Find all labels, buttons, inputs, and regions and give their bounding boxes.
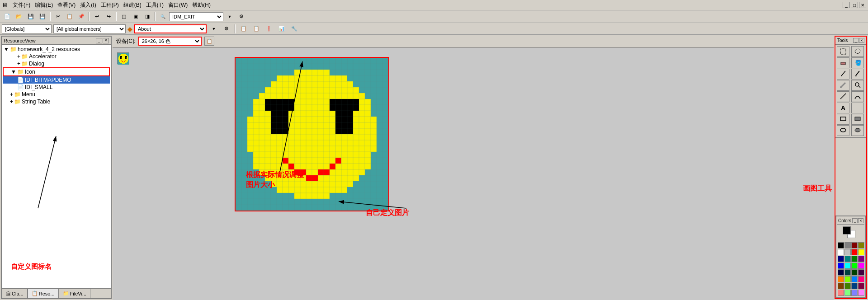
color-min[interactable]: _ [852, 218, 858, 223]
tb2-btn5[interactable]: 🔧 [289, 24, 300, 34]
globals-combo[interactable]: [Globals] [2, 24, 52, 33]
tb2-btn3[interactable]: ❗ [264, 24, 274, 34]
members-combo[interactable]: [All global members] [53, 24, 126, 33]
color-cell[interactable] [844, 242, 851, 248]
tree-menu[interactable]: + 📁 Menu [3, 91, 110, 98]
tool-placeholder[interactable] [851, 103, 864, 113]
tool-ellipse-fill[interactable] [851, 125, 864, 136]
menu-tools[interactable]: 工具(T) [144, 0, 165, 10]
menu-file[interactable]: 文件(F) [11, 0, 32, 10]
color-cell[interactable] [851, 256, 858, 262]
icon-canvas[interactable] [236, 58, 388, 211]
color-cell[interactable] [851, 269, 858, 276]
menu-project[interactable]: 工程(P) [99, 0, 121, 10]
copy-btn[interactable]: 📋 [64, 12, 75, 22]
color-cell[interactable] [858, 276, 864, 282]
function-combo[interactable]: IDM_EXIT [169, 12, 223, 21]
tool-eyedropper[interactable] [837, 80, 849, 91]
tab-class[interactable]: 🏛 Cla... [2, 289, 28, 298]
tools-close[interactable]: ✕ [859, 38, 864, 43]
tb2-btn1[interactable]: 📋 [238, 24, 249, 34]
color-cell[interactable] [851, 249, 858, 255]
save2-btn[interactable]: 💾 [37, 12, 48, 22]
tb-btn1[interactable]: ◫ [118, 12, 129, 22]
color-cell[interactable] [858, 242, 864, 248]
tool-curve[interactable] [851, 91, 864, 102]
tb2-btn4[interactable]: 📊 [276, 24, 287, 34]
color-cell[interactable] [844, 249, 851, 255]
color-cell[interactable] [844, 276, 851, 282]
panel-minimize[interactable]: _ [96, 38, 102, 43]
tb2-btn2[interactable]: 📋 [251, 24, 262, 34]
tool-eraser[interactable] [837, 57, 849, 68]
color-cell[interactable] [838, 256, 844, 262]
undo-btn[interactable]: ↩ [91, 12, 102, 22]
menu-insert[interactable]: 插入(I) [78, 0, 98, 10]
tb-btn2[interactable]: ▣ [130, 12, 141, 22]
tool-rect-fill[interactable] [851, 114, 864, 125]
color-cell[interactable] [851, 283, 858, 289]
color-cell[interactable] [838, 269, 844, 276]
tool-select-rect[interactable] [837, 46, 849, 57]
paste-btn[interactable]: 📌 [76, 12, 87, 22]
color-cell[interactable] [858, 262, 864, 269]
color-close[interactable]: ✕ [858, 218, 863, 223]
panel-close[interactable]: ✕ [103, 38, 109, 43]
menu-window[interactable]: 窗口(W) [166, 0, 189, 10]
color-cell[interactable] [851, 262, 858, 269]
about-combo[interactable]: About [134, 24, 207, 33]
color-cell[interactable] [844, 290, 851, 296]
new-btn[interactable]: 📄 [2, 12, 13, 22]
menu-edit[interactable]: 编辑(E) [33, 0, 55, 10]
color-cell[interactable] [838, 249, 844, 255]
device-btn[interactable]: 📋 [204, 37, 214, 46]
menu-view[interactable]: 查看(V) [56, 0, 77, 10]
menu-build[interactable]: 组建(B) [122, 0, 143, 10]
color-cell[interactable] [858, 290, 864, 296]
tree-string-table[interactable]: + 📁 String Table [3, 98, 110, 105]
window-close[interactable]: ✕ [859, 2, 866, 8]
combo-arrow[interactable]: ▼ [224, 12, 235, 22]
menu-help[interactable]: 帮助(H) [190, 0, 212, 10]
device-combo[interactable]: 26×26, 16 色 [138, 37, 202, 46]
tb-btn3[interactable]: ◨ [142, 12, 153, 22]
tree-accelerator[interactable]: + 📁 Accelerator [10, 53, 110, 60]
tb-btn5[interactable]: ⚙ [236, 12, 247, 22]
color-cell[interactable] [844, 283, 851, 289]
color-cell[interactable] [858, 283, 864, 289]
tool-select-free[interactable] [851, 46, 864, 57]
tb-btn4[interactable]: 🔍 [157, 12, 168, 22]
about-arrow[interactable]: ▼ [208, 24, 219, 34]
tree-idi-bitmap[interactable]: 📄 IDI_BITMAPDEMO [3, 76, 110, 84]
fg-swatch[interactable] [843, 226, 851, 234]
color-cell[interactable] [858, 256, 864, 262]
save-btn[interactable]: 💾 [25, 12, 36, 22]
color-cell[interactable] [838, 242, 844, 248]
editor-area[interactable]: 根据实际情况调整图片大小 自己定义图片 [113, 48, 834, 300]
window-minimize[interactable]: _ [843, 2, 850, 8]
tool-pencil[interactable] [837, 69, 849, 80]
open-btn[interactable]: 📂 [14, 12, 24, 22]
tree-icon-folder[interactable]: ▼ 📁 Icon [3, 67, 110, 76]
color-cell[interactable] [838, 262, 844, 269]
color-cell[interactable] [858, 249, 864, 255]
tool-magnify[interactable] [851, 80, 864, 91]
color-cell[interactable] [858, 269, 864, 276]
color-cell[interactable] [838, 290, 844, 296]
large-icon-editor[interactable] [235, 57, 389, 211]
color-cell[interactable] [844, 262, 851, 269]
tool-ellipse-outline[interactable] [837, 125, 849, 136]
settings-btn[interactable]: ⚙ [221, 24, 232, 34]
window-restore[interactable]: □ [851, 2, 858, 8]
cut-btn[interactable]: ✂ [52, 12, 63, 22]
tab-resource[interactable]: 📋 Reso... [28, 289, 59, 298]
color-cell[interactable] [844, 269, 851, 276]
redo-btn[interactable]: ↪ [103, 12, 114, 22]
color-cell[interactable] [838, 283, 844, 289]
color-cell[interactable] [844, 256, 851, 262]
tree-idi-small[interactable]: 📄 IDI_SMALL [3, 84, 110, 91]
tool-rect-outline[interactable] [837, 114, 849, 125]
color-cell[interactable] [851, 276, 858, 282]
color-cell[interactable] [851, 242, 858, 248]
color-cell[interactable] [851, 290, 858, 296]
